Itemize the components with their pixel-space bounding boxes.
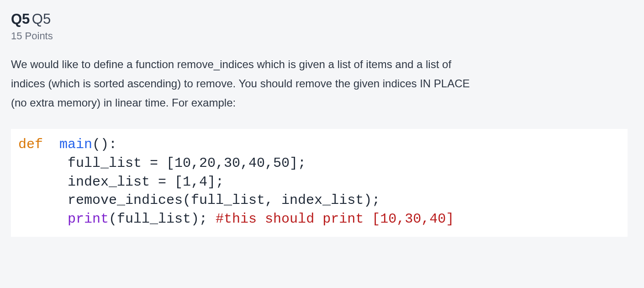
code-text: (): (92, 137, 117, 152)
question-points: 15 Points (11, 30, 633, 42)
code-builtin-print: print (68, 211, 109, 227)
code-indent (18, 174, 68, 190)
question-description: We would like to define a function remov… (11, 55, 477, 112)
code-line-3: index_list = [1,4]; (68, 174, 224, 190)
code-space (43, 137, 59, 152)
code-line-4: remove_indices(full_list, index_list); (68, 192, 380, 208)
code-indent (18, 192, 68, 208)
code-comment: #this should print [10,30,40] (216, 211, 454, 227)
code-indent (18, 155, 68, 171)
question-number: Q5 (11, 11, 30, 27)
code-text: (full_list); (109, 211, 216, 227)
code-keyword-def: def (18, 137, 43, 152)
code-block: def main(): full_list = [10,20,30,40,50]… (11, 129, 628, 237)
code-indent (18, 211, 68, 227)
question-title: Q5 (32, 11, 51, 27)
question-header: Q5 Q5 (11, 11, 633, 27)
code-line-2: full_list = [10,20,30,40,50]; (68, 155, 306, 171)
code-funcname-main: main (59, 137, 92, 152)
